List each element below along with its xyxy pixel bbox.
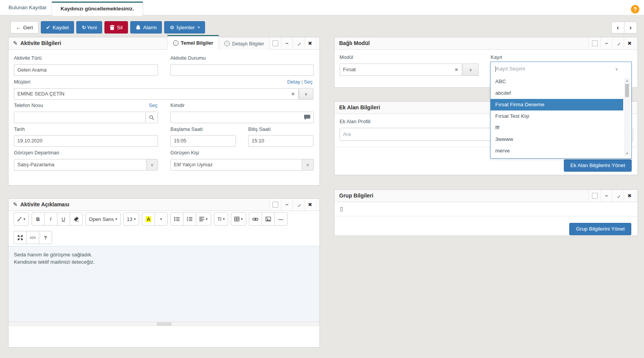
manage-group-button[interactable]: Grup Bilgilerini Yönet — [569, 223, 631, 235]
end-time-input[interactable]: 15:10 — [248, 135, 313, 147]
expand-icon[interactable]: ↔ — [293, 199, 304, 211]
editor-resize-bar[interactable] — [8, 321, 319, 326]
activity-type-input[interactable]: Gelen Arama — [14, 64, 158, 76]
alarm-button[interactable]: Alarm — [130, 21, 162, 33]
prev-record-button[interactable]: ‹ — [611, 22, 624, 33]
clear-icon[interactable]: ✖ — [455, 64, 458, 75]
tab-detailed-info[interactable]: ↑ Detaylı Bilgiler — [219, 37, 270, 50]
close-icon[interactable]: ✖ — [624, 190, 635, 202]
insert-link-button[interactable] — [249, 212, 262, 226]
phone-input[interactable] — [14, 112, 158, 123]
help-icon[interactable]: ? — [631, 5, 639, 13]
minimize-icon[interactable]: − — [600, 37, 612, 49]
date-input[interactable]: 19.10.2020 — [14, 135, 158, 147]
paragraph-align-button[interactable]: ▾ — [196, 212, 211, 226]
table-button[interactable]: ▾ — [231, 212, 246, 226]
font-size-button[interactable]: 13 ▾ — [123, 212, 139, 226]
font-family-button[interactable]: Open Sans ▾ — [86, 212, 121, 226]
tab-updating-record[interactable]: Kaydınızı güncellemektesiniz. — [52, 2, 143, 16]
chevron-down-icon[interactable]: ∨ — [146, 159, 158, 170]
underline-button[interactable]: U — [57, 212, 70, 226]
editor-line: Seda hanım ile görüşme sağladık. — [14, 251, 314, 258]
new-button[interactable]: ↻ Yeni — [76, 21, 102, 33]
manage-extra-fields-button[interactable]: Ek Alan Bilgilerini Yönet — [564, 159, 632, 172]
tab-basic-info[interactable]: ↓ Temel Bilgiler — [167, 35, 219, 50]
chevron-down-icon[interactable]: ∨ — [302, 159, 313, 170]
description-editor-area[interactable]: Seda hanım ile görüşme sağladık. Kendisi… — [8, 246, 319, 321]
actions-button[interactable]: ⚙ İşlemler ▾ — [164, 21, 205, 33]
minimize-icon[interactable]: − — [281, 199, 293, 211]
start-time-input[interactable]: 15:05 — [170, 135, 236, 147]
horizontal-rule-button[interactable]: — — [274, 212, 288, 226]
clear-format-button[interactable] — [70, 212, 83, 226]
record-option[interactable]: 3wwww — [491, 134, 623, 145]
record-option[interactable]: merve — [491, 145, 623, 157]
activity-status-input[interactable] — [170, 64, 314, 76]
customer-input[interactable]: EMİNE SEDA ÇETİN ✖ — [14, 88, 299, 100]
expand-icon[interactable]: ↔ — [612, 190, 624, 202]
delete-button[interactable]: Sil — [104, 21, 128, 33]
close-icon[interactable]: ✖ — [624, 37, 635, 49]
record-option[interactable]: Fırsat Test Kişi — [491, 110, 623, 122]
tab-found-records[interactable]: Bulunan Kayıtlar — [5, 0, 50, 15]
minimize-icon[interactable]: − — [281, 37, 293, 49]
code-view-button[interactable]: </> — [26, 231, 39, 244]
close-icon[interactable]: ✖ — [304, 199, 316, 211]
minimize-icon[interactable]: − — [600, 190, 612, 202]
insert-image-button[interactable] — [262, 212, 275, 226]
scrollbar-thumb[interactable] — [625, 84, 629, 97]
department-select[interactable]: Satış-Pazarlama ∨ — [14, 159, 158, 171]
module-input[interactable]: Fırsat ✖ — [340, 64, 462, 76]
chevron-down-icon[interactable]: ∨ — [615, 62, 618, 76]
fullscreen-button[interactable] — [13, 231, 27, 244]
ordered-list-button[interactable] — [183, 212, 196, 226]
module-dropdown-button[interactable]: ∨ — [462, 64, 479, 76]
panel-checkbox[interactable] — [269, 199, 281, 211]
style-button[interactable]: ▾ — [13, 212, 29, 226]
panel-checkbox[interactable] — [589, 37, 600, 49]
close-icon[interactable]: ✖ — [304, 37, 316, 49]
comment-icon[interactable] — [304, 115, 310, 120]
customer-select-link[interactable]: Seç — [304, 79, 313, 85]
activity-info-panel: ✎Aktivite Bilgileri ↓ Temel Bilgiler ↑ D… — [8, 37, 320, 186]
panel-checkbox[interactable] — [269, 37, 281, 49]
next-record-button[interactable]: › — [624, 22, 637, 33]
editor-help-button[interactable]: ? — [39, 231, 52, 244]
phone-select-link[interactable]: Seç — [149, 102, 157, 108]
panel-checkbox[interactable] — [589, 190, 600, 202]
save-label: Kaydet — [52, 25, 69, 30]
person-select[interactable]: Elif Yalçın Uymaz ∨ — [170, 159, 314, 171]
bold-button[interactable]: B — [32, 212, 45, 226]
expand-icon[interactable]: ↔ — [293, 37, 304, 49]
record-option[interactable]: ABC — [491, 76, 623, 87]
who-input[interactable] — [170, 112, 314, 123]
activity-panel-header: ✎Aktivite Bilgileri ↓ Temel Bilgiler ↑ D… — [8, 37, 319, 50]
customer-dropdown-button[interactable]: ∨ — [299, 88, 313, 100]
record-option[interactable]: abcdef — [491, 87, 623, 99]
record-option-selected[interactable]: Fırsat Firma Deneme — [491, 99, 623, 110]
record-option[interactable]: fff — [491, 122, 623, 134]
save-button[interactable]: ✔ Kaydet — [41, 21, 74, 33]
line-height-button[interactable]: Tl ▾ — [214, 212, 228, 226]
back-arrow-icon: ← — [16, 25, 21, 30]
back-button[interactable]: ← Geri — [10, 21, 39, 33]
record-select-dropdown: Kayıt Seçimi ∨ ABC abcdef Fırsat Firma D… — [490, 62, 632, 159]
expand-icon[interactable]: ↔ — [612, 37, 624, 49]
search-icon[interactable] — [145, 112, 158, 123]
italic-button[interactable]: I — [44, 212, 57, 226]
editor-toolbar-row2: </> ? — [13, 231, 52, 244]
check-icon: ✔ — [46, 25, 50, 30]
clear-icon[interactable]: ✖ — [291, 89, 295, 99]
scroll-up-icon[interactable]: ▲ — [625, 79, 629, 82]
unordered-list-button[interactable] — [170, 212, 183, 226]
extra-field-profile-label: Ek Alan Profili — [340, 119, 370, 124]
customer-detail-link[interactable]: Detay — [287, 79, 300, 85]
arrow-up-circle-icon: ↑ — [224, 41, 230, 46]
caret-down-icon: ▾ — [160, 217, 162, 221]
record-search-input[interactable]: Kayıt Seçimi ∨ — [491, 62, 631, 76]
new-label: Yeni — [87, 25, 97, 30]
scroll-down-icon[interactable]: ▼ — [625, 152, 629, 155]
font-color-button[interactable]: A — [142, 212, 155, 226]
font-color-dropdown-button[interactable]: ▾ — [155, 212, 168, 226]
dropdown-scrollbar[interactable]: ▲ ▼ — [624, 78, 630, 156]
